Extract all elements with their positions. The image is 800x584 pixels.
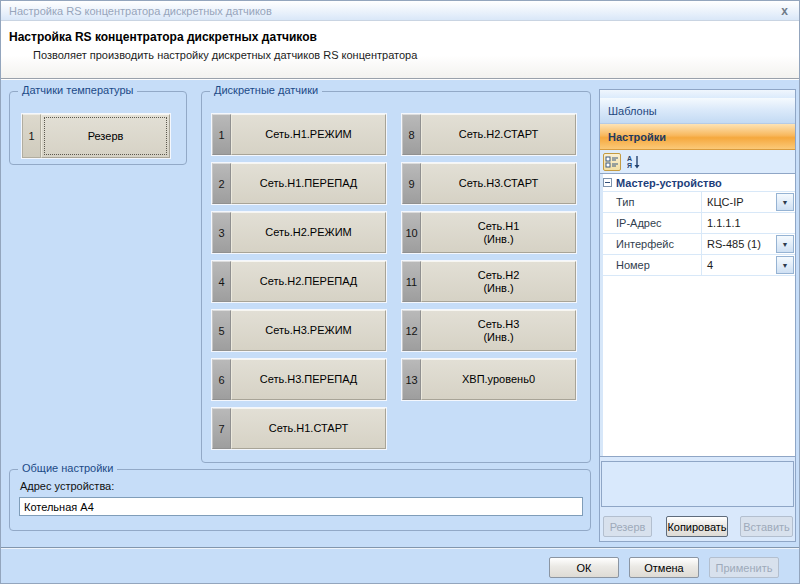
dialog-header: Настройка RS концентратора дискретных да… — [1, 21, 799, 78]
discrete-row-3: 3 Сеть.Н2.РЕЖИМ — [212, 212, 386, 253]
discrete-row-10: 10 Сеть.Н1 (Инв.) — [402, 212, 576, 253]
description-box — [601, 461, 794, 507]
discrete-number-2: 2 — [212, 163, 231, 204]
discrete-row-7: 7 Сеть.Н1.СТАРТ — [212, 408, 386, 449]
discrete-row-9: 9 Сеть.Н3.СТАРТ — [402, 163, 576, 204]
categorized-view-icon[interactable] — [603, 153, 621, 171]
property-grid-toolbar: А Я — [600, 150, 795, 173]
window-title: Настройка RS концентратора дискретных да… — [9, 5, 778, 17]
page-subtitle: Позволяет производить настройку дискретн… — [33, 49, 417, 61]
header-separator — [1, 78, 799, 80]
settings-side-panel: Шаблоны Настройки А Я — [599, 89, 796, 542]
discrete-row-11: 11 Сеть.Н2 (Инв.) — [402, 261, 576, 302]
property-category-label: Мастер-устройство — [616, 177, 722, 189]
device-address-label: Адрес устройства: — [20, 480, 114, 492]
discrete-number-9: 9 — [402, 163, 421, 204]
number-dropdown-icon[interactable]: ▼ — [776, 256, 794, 274]
type-dropdown-icon[interactable]: ▼ — [776, 193, 794, 211]
svg-text:А: А — [627, 155, 632, 162]
discrete-button-13[interactable]: ХВП.уровень0 — [421, 359, 576, 400]
svg-text:Я: Я — [627, 162, 632, 169]
footer-bar: ОК Отмена Применить — [1, 550, 799, 584]
property-grid: Мастер-устройство Тип КЦС-IP ▼ IP-Адрес … — [600, 173, 795, 457]
discrete-number-4: 4 — [212, 261, 231, 302]
ok-button[interactable]: ОК — [549, 557, 619, 578]
discrete-number-10: 10 — [402, 212, 421, 253]
footer-separator — [1, 547, 799, 549]
discrete-button-9[interactable]: Сеть.Н3.СТАРТ — [421, 163, 576, 204]
discrete-number-6: 6 — [212, 359, 231, 400]
property-category-row[interactable]: Мастер-устройство — [600, 174, 795, 192]
discrete-number-1: 1 — [212, 114, 231, 155]
discrete-row-4: 4 Сеть.Н2.ПЕРЕПАД — [212, 261, 386, 302]
device-address-input[interactable] — [19, 497, 583, 516]
discrete-row-2: 2 Сеть.Н1.ПЕРЕПАД — [212, 163, 386, 204]
group-discrete-sensors: Дискретные датчики 1 Сеть.Н1.РЕЖИМ 2 Сет… — [201, 91, 591, 463]
discrete-button-2[interactable]: Сеть.Н1.ПЕРЕПАД — [231, 163, 386, 204]
property-row-ip-address[interactable]: IP-Адрес 1.1.1.1 — [600, 213, 795, 234]
discrete-button-7[interactable]: Сеть.Н1.СТАРТ — [231, 408, 386, 449]
discrete-row-12: 12 Сеть.Н3 (Инв.) — [402, 310, 576, 351]
discrete-number-5: 5 — [212, 310, 231, 351]
property-row-number[interactable]: Номер 4 ▼ — [600, 255, 795, 276]
temp-sensor-button-1[interactable]: Резерв — [41, 114, 170, 158]
group-temp-sensors-label: Датчики температуры — [18, 84, 137, 96]
discrete-number-3: 3 — [212, 212, 231, 253]
cancel-button[interactable]: Отмена — [629, 557, 699, 578]
discrete-number-13: 13 — [402, 359, 421, 400]
discrete-button-11[interactable]: Сеть.Н2 (Инв.) — [421, 261, 576, 302]
discrete-row-6: 6 Сеть.Н3.ПЕРЕПАД — [212, 359, 386, 400]
sort-alphabetical-icon[interactable]: А Я — [625, 153, 643, 171]
discrete-button-12[interactable]: Сеть.Н3 (Инв.) — [421, 310, 576, 351]
discrete-number-8: 8 — [402, 114, 421, 155]
copy-button[interactable]: Копировать — [666, 516, 728, 537]
templates-bar[interactable]: Шаблоны — [600, 98, 795, 124]
settings-bar[interactable]: Настройки — [600, 124, 795, 150]
temp-sensor-row: 1 Резерв — [22, 114, 170, 158]
page-title: Настройка RS концентратора дискретных да… — [9, 30, 317, 44]
discrete-number-7: 7 — [212, 408, 231, 449]
interface-dropdown-icon[interactable]: ▼ — [776, 235, 794, 253]
title-bar: Настройка RS концентратора дискретных да… — [1, 1, 799, 21]
group-discrete-sensors-label: Дискретные датчики — [210, 84, 322, 96]
temp-sensor-number: 1 — [22, 114, 41, 158]
paste-button[interactable]: Вставить — [740, 516, 793, 537]
close-icon[interactable]: x — [778, 5, 791, 17]
discrete-row-8: 8 Сеть.Н2.СТАРТ — [402, 114, 576, 155]
discrete-number-12: 12 — [402, 310, 421, 351]
discrete-row-13: 13 ХВП.уровень0 — [402, 359, 576, 400]
discrete-button-1[interactable]: Сеть.Н1.РЕЖИМ — [231, 114, 386, 155]
discrete-row-5: 5 Сеть.Н3.РЕЖИМ — [212, 310, 386, 351]
discrete-button-3[interactable]: Сеть.Н2.РЕЖИМ — [231, 212, 386, 253]
discrete-button-6[interactable]: Сеть.Н3.ПЕРЕПАД — [231, 359, 386, 400]
collapse-icon[interactable] — [603, 178, 612, 187]
property-grid-gutter — [600, 174, 603, 456]
discrete-row-1: 1 Сеть.Н1.РЕЖИМ — [212, 114, 386, 155]
property-row-type[interactable]: Тип КЦС-IP ▼ — [600, 192, 795, 213]
group-temp-sensors: Датчики температуры 1 Резерв — [9, 91, 187, 165]
side-panel-top-strip — [600, 90, 795, 98]
group-general-settings: Общие настройки Адрес устройства: — [9, 469, 591, 531]
dialog-window: Настройка RS концентратора дискретных да… — [0, 0, 800, 584]
discrete-button-5[interactable]: Сеть.Н3.РЕЖИМ — [231, 310, 386, 351]
discrete-button-8[interactable]: Сеть.Н2.СТАРТ — [421, 114, 576, 155]
group-general-settings-label: Общие настройки — [18, 462, 117, 474]
property-row-interface[interactable]: Интерфейс RS-485 (1) ▼ — [600, 234, 795, 255]
discrete-button-4[interactable]: Сеть.Н2.ПЕРЕПАД — [231, 261, 386, 302]
discrete-number-11: 11 — [402, 261, 421, 302]
apply-button[interactable]: Применить — [709, 557, 779, 578]
discrete-button-10[interactable]: Сеть.Н1 (Инв.) — [421, 212, 576, 253]
reserve-button[interactable]: Резерв — [603, 516, 652, 537]
